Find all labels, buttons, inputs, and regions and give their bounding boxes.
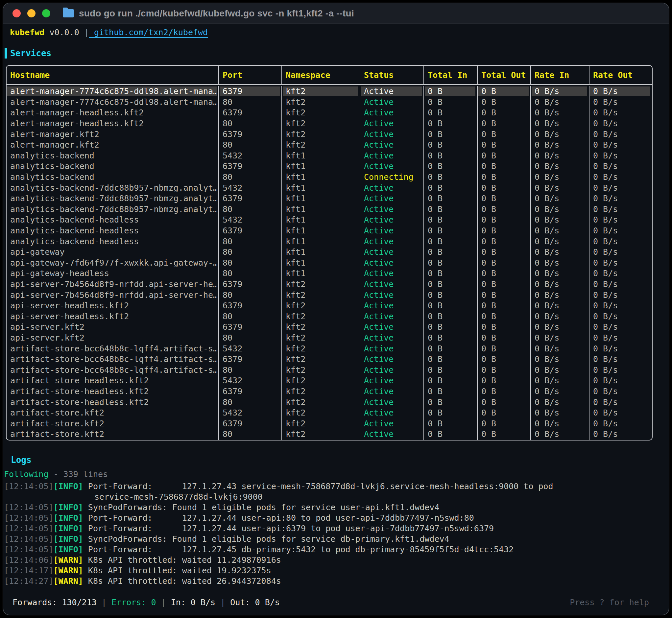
table-row[interactable]: analytics-backend-headless 6379 kft1 Act… <box>7 225 652 236</box>
cell-total-out: 0 B <box>478 194 529 203</box>
table-row[interactable]: api-server-headless.kft2 80 kft2 Active … <box>7 311 652 322</box>
cell-total-out: 0 B <box>478 151 529 161</box>
column-header-port[interactable]: Port <box>219 66 282 84</box>
table-row[interactable]: artifact-store-bcc648b8c-lqff4.artifact-… <box>7 354 652 365</box>
cell-rate-out: 0 B/s <box>590 419 650 429</box>
cell-rate-out: 0 B/s <box>590 387 650 396</box>
cell-total-in: 0 B <box>425 204 475 214</box>
log-level-badge: [INFO] <box>54 534 83 544</box>
column-header-status[interactable]: Status <box>360 66 424 84</box>
cell-hostname: alert-manager-headless.kft2 <box>7 119 217 128</box>
table-row[interactable]: alert-manager-7774c6c875-ddl98.alert-man… <box>7 86 652 97</box>
table-row[interactable]: analytics-backend 80 kft1 Connecting 0 B… <box>7 172 652 183</box>
table-row[interactable]: analytics-backend-7ddc88b957-nbmzg.analy… <box>7 193 652 204</box>
table-row[interactable]: api-gateway-7fd64f977f-xwxkk.api-gateway… <box>7 258 652 269</box>
cell-port: 5432 <box>220 408 280 418</box>
screen: sudo go run ./cmd/kubefwd/kubefwd.go svc… <box>0 0 672 618</box>
cell-port: 5432 <box>220 344 280 354</box>
cell-status: Active <box>361 376 422 386</box>
table-row[interactable]: analytics-backend-headless 80 kft1 Activ… <box>7 236 652 247</box>
cell-status: Active <box>361 97 422 107</box>
cell-namespace: kft2 <box>283 387 358 396</box>
cell-total-out: 0 B <box>478 119 529 128</box>
cell-rate-out: 0 B/s <box>590 301 650 311</box>
column-header-hostname[interactable]: Hostname <box>7 66 219 84</box>
column-header-rate-out[interactable]: Rate Out <box>589 66 652 84</box>
cell-namespace: kft1 <box>283 247 358 257</box>
cell-port: 6379 <box>220 280 280 289</box>
table-row[interactable]: analytics-backend-7ddc88b957-nbmzg.analy… <box>7 183 652 193</box>
cell-rate-out: 0 B/s <box>590 119 650 128</box>
cell-total-in: 0 B <box>425 237 475 246</box>
cell-status: Active <box>361 258 422 268</box>
cell-namespace: kft1 <box>283 204 358 214</box>
table-row[interactable]: alert-manager-headless.kft2 80 kft2 Acti… <box>7 118 652 129</box>
cell-status: Active <box>361 162 422 171</box>
table-row[interactable]: analytics-backend 6379 kft1 Active 0 B 0… <box>7 161 652 172</box>
github-link[interactable]: github.com/txn2/kubefwd <box>89 28 208 37</box>
cell-total-out: 0 B <box>478 280 529 289</box>
table-row[interactable]: artifact-store.kft2 5432 kft2 Active 0 B… <box>7 408 652 418</box>
table-row[interactable]: alert-manager.kft2 6379 kft2 Active 0 B … <box>7 129 652 140</box>
cell-total-in: 0 B <box>425 429 475 439</box>
table-row[interactable]: api-server.kft2 6379 kft2 Active 0 B 0 B… <box>7 322 652 333</box>
table-row[interactable]: artifact-store.kft2 80 kft2 Active 0 B 0… <box>7 429 652 440</box>
cell-hostname: api-server-headless.kft2 <box>7 312 217 321</box>
table-row[interactable]: api-server-headless.kft2 6379 kft2 Activ… <box>7 300 652 311</box>
cell-status: Active <box>361 312 422 321</box>
table-row[interactable]: artifact-store.kft2 6379 kft2 Active 0 B… <box>7 418 652 429</box>
cell-rate-out: 0 B/s <box>590 237 650 246</box>
cell-total-in: 0 B <box>425 408 475 418</box>
out-rate: Out: 0 B/s <box>230 598 280 607</box>
cell-hostname: artifact-store.kft2 <box>7 408 217 418</box>
table-row[interactable]: artifact-store-headless.kft2 6379 kft2 A… <box>7 386 652 397</box>
table-row[interactable]: analytics-backend-7ddc88b957-nbmzg.analy… <box>7 204 652 215</box>
cell-rate-in: 0 B/s <box>532 419 587 429</box>
table-row[interactable]: artifact-store-headless.kft2 5432 kft2 A… <box>7 376 652 386</box>
cell-hostname: analytics-backend <box>7 151 217 161</box>
cell-port: 80 <box>220 312 280 321</box>
table-row[interactable]: artifact-store-bcc648b8c-lqff4.artifact-… <box>7 343 652 354</box>
cell-rate-in: 0 B/s <box>532 387 587 396</box>
cell-namespace: kft1 <box>283 151 358 161</box>
cell-rate-out: 0 B/s <box>590 280 650 289</box>
column-header-total-in[interactable]: Total In <box>424 66 478 84</box>
table-row[interactable]: analytics-backend 5432 kft1 Active 0 B 0… <box>7 150 652 162</box>
cell-rate-in: 0 B/s <box>532 258 587 268</box>
table-row[interactable]: alert-manager-headless.kft2 6379 kft2 Ac… <box>7 107 652 118</box>
table-row[interactable]: api-server.kft2 80 kft2 Active 0 B 0 B 0… <box>7 333 652 343</box>
column-header-rate-in[interactable]: Rate In <box>531 66 589 84</box>
cell-total-out: 0 B <box>478 354 529 364</box>
cell-status: Active <box>361 397 422 407</box>
table-row[interactable]: api-server-7b4564d8f9-nrfdd.api-server-h… <box>7 279 652 290</box>
log-message: SyncPodForwards: Found 1 eligible pods f… <box>83 503 440 512</box>
table-row[interactable]: artifact-store-headless.kft2 80 kft2 Act… <box>7 397 652 408</box>
cell-total-in: 0 B <box>425 354 475 364</box>
cell-namespace: kft1 <box>283 258 358 268</box>
cell-total-out: 0 B <box>478 365 529 375</box>
table-row[interactable]: api-gateway 80 kft1 Active 0 B 0 B 0 B/s… <box>7 247 652 258</box>
minimize-button-icon[interactable] <box>27 9 35 17</box>
statusbar-separator: | <box>97 598 111 607</box>
folder-icon <box>63 9 74 17</box>
cell-hostname: artifact-store-headless.kft2 <box>7 376 217 386</box>
cell-port: 6379 <box>220 129 280 139</box>
zoom-button-icon[interactable] <box>42 9 50 17</box>
cell-namespace: kft2 <box>283 140 358 150</box>
log-timestamp: [12:14:27] <box>4 576 54 586</box>
table-row[interactable]: api-gateway-headless 80 kft1 Active 0 B … <box>7 268 652 279</box>
close-button-icon[interactable] <box>12 9 21 17</box>
cell-status: Active <box>361 290 422 300</box>
table-row[interactable]: api-server-7b4564d8f9-nrfdd.api-server-h… <box>7 290 652 300</box>
cell-namespace: kft1 <box>283 226 358 236</box>
cell-status: Active <box>361 408 422 418</box>
cell-hostname: artifact-store-bcc648b8c-lqff4.artifact-… <box>7 354 217 364</box>
column-header-namespace[interactable]: Namespace <box>282 66 360 84</box>
table-row[interactable]: analytics-backend-headless 5432 kft1 Act… <box>7 215 652 225</box>
column-header-total-out[interactable]: Total Out <box>478 66 531 84</box>
table-row[interactable]: alert-manager-7774c6c875-ddl98.alert-man… <box>7 97 652 108</box>
table-row[interactable]: artifact-store-bcc648b8c-lqff4.artifact-… <box>7 365 652 376</box>
table-row[interactable]: alert-manager.kft2 80 kft2 Active 0 B 0 … <box>7 140 652 150</box>
log-message: Port-Forward: 127.1.27.45 db-primary:543… <box>83 545 513 554</box>
cell-total-in: 0 B <box>425 119 475 128</box>
